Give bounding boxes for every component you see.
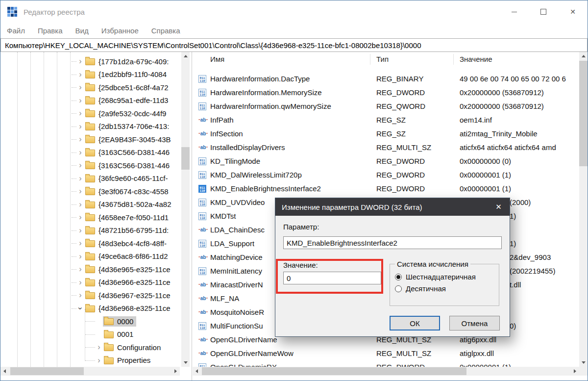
chevron-right-icon[interactable]: › [76, 83, 84, 91]
tree-item-0000[interactable]: 0000 [0, 315, 181, 328]
value-row-hardwareinformation-dactype[interactable]: 011110HardwareInformation.DacTypeREG_BIN… [193, 72, 579, 86]
column-separator[interactable] [370, 54, 370, 65]
tree-item-properties[interactable]: ›Properties [0, 354, 181, 367]
tree-item-25dbce51-6c8f-4a72[interactable]: ›{25dbce51-6c8f-4a72 [0, 81, 181, 94]
chevron-right-icon[interactable]: › [76, 135, 84, 143]
maximize-button[interactable] [529, 0, 558, 23]
folder-icon [85, 162, 95, 169]
chevron-right-icon[interactable]: › [76, 123, 84, 130]
menu-item-4[interactable]: Справка [145, 26, 187, 35]
chevron-right-icon[interactable]: › [76, 265, 84, 273]
chevron-right-icon[interactable]: › [76, 227, 84, 234]
dialog-title-bar[interactable]: Изменение параметра DWORD (32 бита) ✕ [275, 198, 510, 216]
scroll-left-icon[interactable] [193, 367, 201, 375]
tree-item-4658ee7e-f050-11d1[interactable]: ›{4658ee7e-f050-11d1 [0, 211, 181, 224]
tree-item-4d36e967-e325-11ce[interactable]: ›{4d36e967-e325-11ce [0, 289, 181, 302]
list-horizontal-scrollbar[interactable] [193, 367, 579, 376]
tree-item-48721b56-6795-11d[interactable]: ›{48721b56-6795-11d: [0, 224, 181, 237]
tree-item-2a9fe532-0cdc-44f9[interactable]: ›{2a9fe532-0cdc-44f9 [0, 107, 181, 120]
chevron-right-icon[interactable]: › [76, 71, 84, 78]
scroll-right-icon[interactable] [172, 367, 180, 375]
tree-item-3163c566-d381-446[interactable]: ›{3163C566-D381-446 [0, 146, 181, 159]
chevron-right-icon[interactable]: › [76, 187, 84, 195]
tree-vertical-scrollbar[interactable] [181, 52, 190, 367]
chevron-right-icon[interactable]: › [95, 356, 103, 364]
column-header-type[interactable]: Тип [376, 52, 389, 67]
radio-unselected-icon[interactable] [395, 285, 402, 292]
cancel-button[interactable]: Отмена [449, 316, 500, 330]
tree-vscroll-thumb[interactable] [181, 147, 190, 170]
tree-item-43675d81-502a-4a82[interactable]: ›{43675d81-502a-4a82 [0, 198, 181, 211]
value-row-kmd-dalwirelesslimit720p[interactable]: 011110KMD_DalWirelessLimit720pREG_DWORD0… [193, 168, 579, 182]
tree-item-3163c566-d381-446[interactable]: ›{3163C566-D381-446 [0, 159, 181, 172]
tree-item-label: {3163C566-D381-446 [98, 148, 170, 156]
list-hscroll-thumb[interactable] [202, 367, 466, 375]
tree-horizontal-scrollbar[interactable] [0, 367, 180, 376]
tree-item-177b1d2a-679c-409[interactable]: ›{177b1d2a-679c-409: [0, 55, 181, 68]
tree-item-3e3f0674-c83c-4558[interactable]: ›{3e3f0674-c83c-4558 [0, 185, 181, 198]
scroll-down-icon[interactable] [579, 358, 588, 367]
value-row-opengldrivernamewow[interactable]: "ab"OpenGLDriverNameWowREG_MULTI_SZatigl… [193, 347, 579, 360]
tree-item-2db15374-706e-413[interactable]: ›{2db15374-706e-413: [0, 120, 181, 133]
value-row-infpath[interactable]: "ab"InfPathREG_SZoem14.inf [193, 113, 579, 127]
address-bar[interactable]: Компьютер\HKEY_LOCAL_MACHINE\SYSTEM\Cont… [0, 38, 588, 52]
menu-item-0[interactable]: Файл [0, 26, 31, 35]
value-row-opengldynamicrx[interactable]: 011110OpenGLDynamicRXREG_DWORD0x00000001… [193, 360, 579, 367]
chevron-down-icon[interactable]: › [76, 305, 84, 312]
value-row-hardwareinformation-qwmemorysize[interactable]: 011110HardwareInformation.qwMemorySizeRE… [193, 100, 579, 113]
chevron-right-icon[interactable]: › [76, 201, 84, 208]
column-header-value[interactable]: Значение [460, 52, 492, 67]
list-vscroll-thumb[interactable] [579, 61, 588, 166]
chevron-right-icon[interactable]: › [76, 161, 84, 169]
value-row-kd-tilingmode[interactable]: 011110KD_TilingModeREG_DWORD0x00000000 (… [193, 154, 579, 168]
tree-item-2ea9b43f-3045-43b[interactable]: ›{2EA9B43F-3045-43B [0, 133, 181, 146]
column-separator[interactable] [453, 54, 454, 65]
title-bar: Редактор реестра ✕ [0, 0, 588, 23]
chevron-right-icon[interactable]: › [76, 97, 84, 104]
scroll-right-icon[interactable] [571, 367, 579, 375]
tree-item-4d36e965-e325-11ce[interactable]: ›{4d36e965-e325-11ce [0, 263, 181, 276]
chevron-right-icon[interactable]: › [76, 253, 84, 260]
ok-button[interactable]: ОК [390, 316, 440, 330]
tree-item-49ce6ac8-6f86-11d2[interactable]: ›{49ce6ac8-6f86-11d2 [0, 250, 181, 263]
column-header-name[interactable]: Имя [210, 52, 224, 67]
tree-item-36fc9e60-c465-11cf[interactable]: ›{36fc9e60-c465-11cf- [0, 172, 181, 185]
tree-item-1ed2bbf9-11f0-4084[interactable]: ›{1ed2bbf9-11f0-4084 [0, 68, 181, 81]
radio-selected-icon[interactable] [395, 274, 402, 280]
chevron-right-icon[interactable]: › [95, 343, 103, 351]
chevron-right-icon[interactable]: › [76, 109, 84, 117]
value-row-installeddisplaydrivers[interactable]: "ab"InstalledDisplayDriversREG_MULTI_SZa… [193, 141, 579, 154]
chevron-right-icon[interactable]: › [76, 149, 84, 156]
close-button[interactable]: ✕ [558, 0, 588, 23]
tree-item-4d36e966-e325-11ce[interactable]: ›{4d36e966-e325-11ce [0, 276, 181, 289]
tree-item-48d3ebc4-4cf8-48ff[interactable]: ›{48d3ebc4-4cf8-48ff- [0, 237, 181, 250]
chevron-right-icon[interactable]: › [76, 175, 84, 182]
chevron-right-icon[interactable]: › [76, 213, 84, 221]
tree-item-0001[interactable]: 0001 [0, 328, 181, 341]
value-row-infsection[interactable]: "ab"InfSectionREG_SZati2mtag_Trinity_Mob… [193, 127, 579, 141]
dialog-close-button[interactable]: ✕ [488, 198, 510, 216]
scroll-up-icon[interactable] [579, 52, 588, 60]
radio-decimal[interactable]: Десятичная [395, 284, 494, 293]
scroll-down-icon[interactable] [181, 358, 190, 367]
tree-item-268c95a1-edfe-11d3[interactable]: ›{268c95a1-edfe-11d3 [0, 94, 181, 107]
scroll-left-icon[interactable] [0, 367, 9, 375]
minimize-button[interactable] [499, 0, 529, 23]
chevron-right-icon[interactable]: › [76, 239, 84, 247]
value-type: REG_DWORD [376, 154, 425, 168]
chevron-right-icon[interactable]: › [76, 279, 84, 286]
value-row-hardwareinformation-memorysize[interactable]: 011110HardwareInformation.MemorySizeREG_… [193, 86, 579, 100]
chevron-right-icon[interactable]: › [76, 291, 84, 299]
menu-item-2[interactable]: Вид [69, 26, 95, 35]
menu-item-1[interactable]: Правка [31, 26, 69, 35]
chevron-right-icon[interactable]: › [76, 57, 84, 65]
list-vertical-scrollbar[interactable] [579, 52, 588, 367]
param-name-input[interactable] [283, 236, 502, 249]
tree-item-4d36e968-e325-11ce[interactable]: ›{4d36e968-e325-11ce [0, 302, 181, 315]
tree-item-configuration[interactable]: ›Configuration [0, 341, 181, 354]
value-row-kmd-enablebrightnessinterface2[interactable]: 011110KMD_EnableBrightnessInterface2REG_… [193, 182, 579, 196]
tree-hscroll-thumb[interactable] [10, 367, 84, 375]
scroll-up-icon[interactable] [181, 52, 190, 60]
menu-item-3[interactable]: Избранное [95, 26, 145, 35]
radio-hexadecimal[interactable]: Шестнадцатеричная [395, 273, 494, 281]
